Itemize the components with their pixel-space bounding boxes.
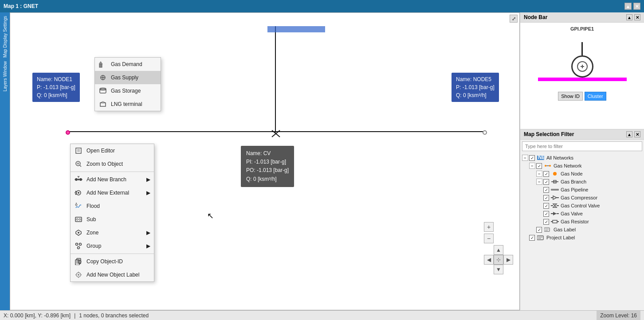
filter-close-btn[interactable]: ✕: [634, 131, 640, 137]
tree-gas-label[interactable]: Gas Label: [520, 226, 644, 234]
map-nav: ▲ ◀ ⊹ ▶ ▼: [484, 245, 513, 274]
submenu-gas-demand[interactable]: Gas Demand: [95, 58, 161, 71]
svg-point-20: [75, 191, 77, 192]
menu-open-editor[interactable]: Open Editor: [71, 144, 154, 157]
svg-point-55: [545, 165, 546, 167]
pin-button[interactable]: ▲: [624, 3, 632, 10]
tree-project-label[interactable]: Project Label: [520, 234, 644, 242]
window-title: Map 1 : GNET: [4, 3, 38, 9]
tree-all-networks[interactable]: − NET All Networks: [520, 154, 644, 162]
map-display-settings-label[interactable]: Map Display Settings: [3, 16, 8, 58]
filter-title: Map Selection Filter: [524, 131, 574, 137]
svg-line-8: [80, 165, 81, 167]
gas-compressor-label: Gas Compressor: [561, 195, 597, 200]
nav-left-btn[interactable]: ◀: [484, 255, 494, 265]
svg-point-36: [78, 274, 79, 276]
lng-terminal-icon: [98, 100, 107, 109]
map-controls: + − ▲ ◀ ⊹ ▶ ▼: [484, 222, 513, 274]
nav-right-btn[interactable]: ▶: [503, 255, 513, 265]
filter-header: Map Selection Filter ▲ ✕: [520, 129, 644, 140]
svg-point-18: [78, 192, 79, 194]
ext-arrow: ▶: [146, 190, 150, 196]
top-indicator: [267, 26, 325, 32]
expand-gas-node[interactable]: −: [536, 171, 542, 177]
expand-gas-branch[interactable]: −: [536, 179, 542, 185]
expand-all-networks[interactable]: −: [522, 155, 528, 161]
title-bar: Map 1 : GNET ▲ ✕: [0, 0, 644, 12]
menu-sub[interactable]: Sub: [71, 213, 154, 226]
cluster-btn[interactable]: Cluster: [585, 92, 606, 101]
zoom-in-btn[interactable]: +: [484, 222, 494, 232]
project-label-label: Project Label: [546, 235, 575, 240]
filter-search-input[interactable]: [522, 141, 642, 151]
tree-gas-valve[interactable]: Gas Valve: [520, 210, 644, 218]
svg-rect-78: [537, 236, 543, 240]
coord-text: X: 0.000 [km], Y: -0.896 [km]: [4, 312, 71, 319]
gas-node-label: Gas Node: [561, 171, 583, 176]
menu-add-label[interactable]: Add New Object Label: [71, 268, 154, 281]
tree-gas-control-valve[interactable]: Gas Control Valve: [520, 202, 644, 210]
menu-add-new-branch[interactable]: Add New Branch ▶: [71, 173, 154, 186]
menu-add-label-label: Add New Object Label: [86, 272, 139, 278]
branch-arrow: ▶: [146, 176, 150, 183]
svg-marker-70: [553, 212, 557, 215]
checkbox-gas-node[interactable]: [543, 171, 549, 177]
menu-add-new-external[interactable]: Add New External ▶: [71, 186, 154, 199]
nav-center-btn[interactable]: ⊹: [494, 255, 503, 265]
zone-arrow: ▶: [146, 230, 150, 236]
checkbox-project-label[interactable]: [529, 235, 535, 241]
gas-label-icon: [544, 226, 552, 233]
add-ext-icon: [74, 188, 83, 197]
nav-up-btn[interactable]: ▲: [494, 245, 503, 255]
map-expand-btn[interactable]: ⤢: [510, 15, 518, 23]
right-panel: Node Bar ▲ ✕ GPI.PIPE1: [520, 12, 644, 310]
expand-gas-network[interactable]: −: [529, 163, 535, 169]
sub-icon: [74, 215, 83, 224]
title-bar-controls: ▲ ✕: [624, 3, 640, 10]
node5-line1: Name: NODE5: [456, 75, 495, 83]
tree-gas-pipeline[interactable]: Gas Pipeline: [520, 186, 644, 194]
submenu-gas-storage[interactable]: Gas Storage: [95, 84, 161, 98]
submenu-gas-supply[interactable]: Gas Supply: [95, 71, 161, 84]
checkbox-all-networks[interactable]: [529, 155, 535, 161]
checkbox-gas-branch[interactable]: [543, 179, 549, 185]
zoom-icon: [74, 160, 83, 168]
node-bar-pin-btn[interactable]: ▲: [626, 14, 632, 20]
filter-tree: − NET All Networks −: [520, 153, 644, 310]
menu-group[interactable]: Group ▶: [71, 239, 154, 253]
show-id-btn[interactable]: Show ID: [558, 92, 583, 101]
checkbox-gas-pipeline[interactable]: [543, 187, 549, 193]
close-button[interactable]: ✕: [633, 3, 640, 10]
zoom-out-btn[interactable]: −: [484, 234, 494, 243]
node1-line1: Name: NODE1: [37, 75, 75, 83]
tree-gas-branch[interactable]: − Gas Branch: [520, 178, 644, 186]
menu-add-new-external-label: Add New External: [86, 190, 129, 196]
node-bar-controls: ▲ ✕: [626, 14, 640, 20]
menu-zoom-to-object[interactable]: Zoom to Object: [71, 157, 154, 171]
svg-line-2: [272, 130, 280, 137]
checkbox-gas-resistor[interactable]: [543, 219, 549, 225]
checkbox-gas-label[interactable]: [536, 227, 542, 233]
map-area[interactable]: Name: NODE1 P: -1.013 [bar-g] Q: 0 [ksm³…: [10, 12, 520, 310]
gas-compressor-icon: [551, 195, 559, 201]
filter-pin-btn[interactable]: ▲: [626, 131, 632, 137]
menu-zone[interactable]: Zone ▶: [71, 226, 154, 239]
tree-gas-resistor[interactable]: Gas Resistor: [520, 218, 644, 226]
submenu-lng-terminal-label: LNG terminal: [111, 101, 142, 107]
menu-copy-id[interactable]: ID Copy Object-ID: [71, 255, 154, 268]
layers-window-label[interactable]: Layers Window: [3, 61, 8, 91]
node1-line2: P: -1.013 [bar-g]: [37, 83, 75, 91]
tree-gas-network[interactable]: − Gas Network: [520, 162, 644, 170]
node5-line3: Q: 0 [ksm³/h]: [456, 91, 495, 99]
tree-gas-node[interactable]: − Gas Node: [520, 170, 644, 178]
checkbox-gas-control-valve[interactable]: [543, 203, 549, 209]
node-bar-close-btn[interactable]: ✕: [634, 14, 640, 20]
checkbox-gas-network[interactable]: [536, 163, 542, 169]
nav-down-btn[interactable]: ▼: [494, 265, 503, 274]
gas-valve-label: Gas Valve: [561, 211, 583, 216]
menu-flood[interactable]: Flood: [71, 199, 154, 213]
tree-gas-compressor[interactable]: Gas Compressor: [520, 194, 644, 202]
checkbox-gas-compressor[interactable]: [543, 195, 549, 201]
submenu-lng-terminal[interactable]: LNG terminal: [95, 98, 161, 111]
checkbox-gas-valve[interactable]: [543, 211, 549, 217]
